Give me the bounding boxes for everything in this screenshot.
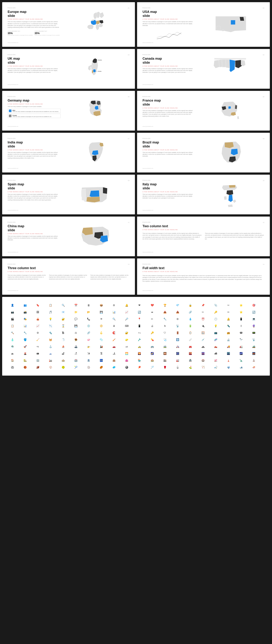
slide-header: PASSION 06 (142, 96, 264, 98)
slide-title: India mapslide (8, 140, 60, 148)
icon-cell-10: ❤ (136, 302, 142, 308)
icon-grid-container: 👤👥🔖📋🔍📅🗑📦⚙🔔❤💔🏆💎🔒📌📎✂⭐🎯📷📸🖼🎵📧📁📂💾📊📈🔄➡📤📥🔗✂🔑✏⭐🔄… (10, 302, 262, 370)
slide-body-text: There are many variations of passages of… (142, 194, 196, 199)
icon-cell-198: 🎿 (238, 364, 244, 370)
slide-footer: www.yourwebsite.com (142, 124, 264, 127)
icon-cell-102: 🧹 (35, 337, 40, 342)
icon-cell-176: 💒 (213, 358, 219, 363)
icon-cell-132: 🚎 (162, 344, 168, 350)
icon-cell-171: 🏫 (149, 358, 155, 363)
india-map-container (62, 140, 130, 166)
india-map-svg (62, 140, 130, 166)
slide-title: Brazil mapslide (142, 140, 196, 148)
icon-cell-31: ➡ (149, 309, 155, 315)
slide-subtitle: A FEW WORDS ABOUT YOUR SLIDE HEADLINE (142, 107, 196, 109)
slide-left-panel: Brazil mapslide A FEW WORDS ABOUT YOUR S… (142, 140, 197, 158)
icon-cell-145: 🏖 (73, 350, 79, 356)
icon-cell-114: 🩹 (187, 337, 193, 342)
icon-cell-137: 🚚 (226, 344, 232, 350)
icon-cell-151: 🌠 (149, 350, 155, 356)
brand-label: PASSION (142, 222, 151, 223)
full-width-body-text: There are many variations of passages of… (142, 275, 264, 282)
icon-cell-74: 🔋 (187, 323, 193, 329)
icon-cell-125: 🚢 (73, 344, 79, 350)
icon-cell-190: 🏓 (136, 364, 142, 370)
icon-cell-13: 💎 (174, 302, 180, 308)
slide-subtitle: A FEW WORDS ABOUT YOUR SLIDE HEADLINE (8, 103, 60, 105)
icon-cell-186: 🏐 (86, 364, 92, 370)
stat-2-desc: There are many variations of passages th… (35, 35, 60, 36)
icon-cell-21: 📸 (22, 309, 28, 315)
icon-cell-135: 🚓 (200, 344, 206, 350)
slide-title: China mapslide (8, 224, 60, 232)
icon-cell-20: 📷 (10, 309, 15, 315)
icon-cell-75: 🔌 (200, 323, 206, 329)
icon-cell-2: 🔖 (35, 302, 40, 308)
icon-cell-34: 🔗 (187, 309, 193, 315)
icon-cell-77: 🔦 (226, 323, 232, 329)
slide-header: PASSION 11 (8, 222, 130, 223)
svg-text:Aberdeen: Aberdeen (98, 60, 102, 61)
uk-map-container: Aberdeen Grimsby (62, 57, 130, 82)
icon-cell-43: 💡 (48, 316, 53, 322)
icon-cell-97: 📻 (226, 330, 232, 336)
brazil-map-container (197, 140, 264, 166)
icon-cell-199: 🛷 (251, 364, 257, 370)
icon-cell-104: 🧻 (60, 337, 66, 342)
text-slide-content: Full width text A FEW WORDS ABOUT YOUR S… (142, 266, 264, 288)
icon-cell-143: 🗻 (48, 350, 53, 356)
slide-three-column-text: PASSION 13 Three column text A FEW WORDS… (2, 258, 135, 295)
icon-cell-170: 🏪 (136, 358, 142, 363)
icon-cell-100: 🧴 (10, 337, 15, 342)
icon-cell-69: ⌨ (124, 323, 130, 329)
slide-body-text: There are many variations of passages of… (8, 236, 60, 241)
usa-map-svg (197, 10, 264, 35)
icon-cell-158: 🌌 (238, 350, 244, 356)
icon-cell-56: 🕐 (213, 316, 219, 322)
icon-cell-48: 🔍 (111, 316, 117, 322)
slide-title: Two column text (142, 224, 264, 228)
icon-cell-1: 👥 (22, 302, 28, 308)
slide-footer: www.yourwebsite.com (8, 208, 130, 211)
female-info: Female There are many variations of pass… (12, 115, 52, 117)
icon-cell-181: 🏀 (22, 364, 28, 370)
slide-header: PASSION 02 (142, 7, 264, 9)
icon-cell-129: 🏎 (124, 344, 130, 350)
slide-body: India mapslide A FEW WORDS ABOUT YOUR SL… (8, 140, 130, 166)
icon-cell-142: 🏔 (35, 350, 40, 356)
brand-label: PASSION (142, 138, 151, 139)
icon-cell-11: 💔 (149, 302, 155, 308)
icon-cell-33: 📥 (174, 309, 180, 315)
slide-body: USA mapslide A FEW WORDS ABOUT YOUR SLID… (142, 10, 264, 40)
icon-cell-168: 🏨 (111, 358, 117, 363)
icon-cell-7: 📦 (98, 302, 104, 308)
icon-cell-67: 📀 (98, 323, 104, 329)
icon-cell-161: 🏡 (22, 358, 28, 363)
slide-uk: PASSION 03 UK mapslide A FEW WORDS ABOUT… (2, 49, 135, 89)
slide-number: 01 (128, 7, 130, 9)
col-1-text: There are many variations of passages of… (8, 274, 47, 280)
slide-icon-grid: 👤👥🔖📋🔍📅🗑📦⚙🔔❤💔🏆💎🔒📌📎✂⭐🎯📷📸🖼🎵📧📁📂💾📊📈🔄➡📤📥🔗✂🔑✏⭐🔄… (2, 297, 270, 376)
icon-cell-160: 🏠 (10, 358, 15, 363)
icon-cell-108: 🪥 (111, 337, 117, 342)
icon-cell-86: 🔗 (86, 330, 92, 336)
slide-subtitle: A FEW WORDS ABOUT YOUR SLIDE HEADLINE (142, 66, 196, 67)
icon-cell-38: ⭐ (238, 309, 244, 315)
slide-number: 02 (263, 7, 264, 9)
icon-cell-19: 🎯 (251, 302, 257, 308)
slide-body-text: There are many variations of passages of… (142, 152, 196, 157)
slide-number: 12 (263, 222, 264, 223)
icon-cell-88: 🧲 (111, 330, 117, 336)
icon-cell-185: 🎾 (73, 364, 79, 370)
icon-cell-140: ⛰ (10, 350, 15, 356)
slide-header: PASSION 10 (142, 180, 264, 181)
text-slide-content: Three column text A FEW WORDS ABOUT YOUR… (8, 266, 130, 288)
icon-cell-110: 🪒 (136, 337, 142, 342)
male-text: There are many variations of passages of… (12, 111, 58, 112)
icon-cell-32: 📤 (162, 309, 168, 315)
slide-subtitle: A FEW WORDS ABOUT YOUR SLIDE HEADLINE (142, 149, 196, 150)
slide-body: Europe mapslide A FEW WORDS ABOUT YOUR S… (8, 10, 130, 40)
slide-title: Italy mapslide (142, 182, 196, 190)
icon-cell-15: 📌 (200, 302, 206, 308)
icon-cell-121: 🚀 (22, 344, 28, 350)
